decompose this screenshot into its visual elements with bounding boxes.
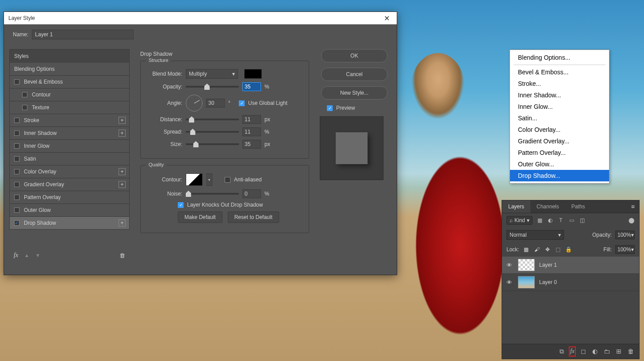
trash-icon[interactable]: 🗑 bbox=[119, 252, 125, 259]
ctx-pattern-overlay[interactable]: Pattern Overlay... bbox=[510, 147, 609, 158]
lock-position-icon[interactable]: ✥ bbox=[544, 246, 551, 253]
layer-row[interactable]: 👁 Layer 1 bbox=[502, 257, 639, 274]
filter-pixel-icon[interactable]: ▦ bbox=[536, 217, 543, 223]
ctx-gradient-overlay[interactable]: Gradient Overlay... bbox=[510, 135, 609, 147]
noise-input[interactable]: 0 bbox=[242, 189, 261, 198]
checkbox-icon[interactable] bbox=[14, 143, 19, 149]
checkbox-icon[interactable] bbox=[22, 92, 27, 97]
size-slider[interactable] bbox=[186, 143, 239, 145]
opacity-slider[interactable] bbox=[186, 86, 239, 88]
style-drop-shadow[interactable]: Drop Shadow+ bbox=[9, 217, 130, 230]
checkbox-icon[interactable] bbox=[14, 131, 19, 136]
filter-shape-icon[interactable]: ▭ bbox=[568, 217, 575, 223]
layer-name-input[interactable] bbox=[32, 30, 134, 39]
spread-input[interactable]: 11 bbox=[242, 127, 261, 136]
angle-input[interactable]: 30 bbox=[206, 99, 225, 108]
shadow-color-swatch[interactable] bbox=[244, 69, 262, 79]
blend-mode-select[interactable]: Multiply▾ bbox=[186, 69, 238, 79]
layer-thumbnail[interactable] bbox=[518, 259, 535, 271]
layer-blend-mode-select[interactable]: Normal▾ bbox=[506, 230, 564, 240]
group-icon[interactable]: 🗀 bbox=[604, 348, 610, 355]
checkbox-icon[interactable] bbox=[14, 207, 19, 213]
layer-thumbnail[interactable] bbox=[518, 276, 535, 288]
filter-smart-icon[interactable]: ◫ bbox=[579, 217, 586, 223]
contour-swatch[interactable] bbox=[186, 173, 203, 186]
style-gradient-overlay[interactable]: Gradient Overlay+ bbox=[9, 178, 130, 191]
noise-slider[interactable] bbox=[186, 193, 239, 195]
ctx-color-overlay[interactable]: Color Overlay... bbox=[510, 124, 609, 135]
ok-button[interactable]: OK bbox=[321, 49, 387, 62]
layer-mask-icon[interactable]: ◻ bbox=[581, 348, 586, 355]
arrow-up-icon[interactable]: ▲ bbox=[24, 253, 29, 258]
close-icon[interactable]: ✕ bbox=[381, 14, 392, 23]
size-input[interactable]: 35 bbox=[242, 140, 261, 149]
checkbox-icon[interactable] bbox=[14, 118, 19, 123]
fx-icon[interactable]: fx bbox=[570, 348, 575, 355]
style-contour[interactable]: Contour bbox=[9, 88, 130, 101]
distance-slider[interactable] bbox=[186, 119, 239, 120]
filter-adjustment-icon[interactable]: ◐ bbox=[547, 217, 554, 223]
reset-default-button[interactable]: Reset to Default bbox=[228, 211, 279, 223]
style-color-overlay[interactable]: Color Overlay+ bbox=[9, 165, 130, 178]
distance-input[interactable]: 11 bbox=[242, 115, 261, 124]
cancel-button[interactable]: Cancel bbox=[321, 68, 387, 81]
filter-kind-select[interactable]: ⌕Kind▾ bbox=[506, 216, 533, 225]
angle-dial[interactable] bbox=[186, 95, 203, 111]
ctx-drop-shadow[interactable]: Drop Shadow... bbox=[510, 170, 609, 181]
opacity-input[interactable]: 35 bbox=[242, 82, 261, 91]
new-layer-icon[interactable]: ⊞ bbox=[616, 348, 621, 355]
style-inner-shadow[interactable]: Inner Shadow+ bbox=[9, 127, 130, 140]
lock-artboard-icon[interactable]: ⬚ bbox=[555, 246, 562, 253]
checkbox-icon[interactable] bbox=[14, 220, 19, 226]
layer-row[interactable]: 👁 Layer 0 bbox=[502, 274, 639, 291]
spread-slider[interactable] bbox=[186, 131, 239, 133]
checkbox-icon[interactable] bbox=[14, 156, 19, 161]
checkbox-icon[interactable] bbox=[22, 105, 27, 110]
style-texture[interactable]: Texture bbox=[9, 101, 130, 114]
plus-icon[interactable]: + bbox=[119, 181, 126, 188]
ctx-outer-glow[interactable]: Outer Glow... bbox=[510, 158, 609, 170]
global-light-checkbox[interactable] bbox=[239, 100, 245, 106]
link-layers-icon[interactable]: ⧉ bbox=[560, 348, 564, 355]
make-default-button[interactable]: Make Default bbox=[178, 211, 222, 223]
filter-toggle-icon[interactable]: ⬤ bbox=[628, 217, 635, 223]
style-pattern-overlay[interactable]: Pattern Overlay bbox=[9, 191, 130, 204]
style-outer-glow[interactable]: Outer Glow bbox=[9, 204, 130, 217]
ctx-inner-glow[interactable]: Inner Glow... bbox=[510, 101, 609, 112]
lock-transparency-icon[interactable]: ▦ bbox=[523, 246, 530, 253]
layer-opacity-input[interactable]: 100%▾ bbox=[615, 230, 635, 239]
plus-icon[interactable]: + bbox=[119, 117, 126, 124]
style-blending-options[interactable]: Blending Options bbox=[9, 63, 130, 76]
new-style-button[interactable]: New Style... bbox=[321, 86, 387, 100]
plus-icon[interactable]: + bbox=[119, 168, 126, 175]
lock-all-icon[interactable]: 🔒 bbox=[565, 246, 572, 253]
dialog-titlebar[interactable]: Layer Style ✕ bbox=[4, 12, 397, 24]
layer-name[interactable]: Layer 1 bbox=[539, 262, 557, 268]
ctx-stroke[interactable]: Stroke... bbox=[510, 78, 609, 89]
adjustment-layer-icon[interactable]: ◐ bbox=[592, 348, 598, 355]
style-satin[interactable]: Satin bbox=[9, 153, 130, 165]
checkbox-icon[interactable] bbox=[14, 79, 19, 84]
layer-name[interactable]: Layer 0 bbox=[539, 279, 557, 285]
arrow-down-icon[interactable]: ▼ bbox=[35, 253, 40, 258]
plus-icon[interactable]: + bbox=[119, 130, 126, 137]
tab-channels[interactable]: Channels bbox=[530, 200, 565, 213]
contour-dropdown[interactable]: ▾ bbox=[206, 173, 212, 186]
styles-header[interactable]: Styles bbox=[9, 49, 130, 63]
style-stroke[interactable]: Stroke+ bbox=[9, 114, 130, 127]
tab-layers[interactable]: Layers bbox=[502, 200, 530, 213]
checkbox-icon[interactable] bbox=[14, 182, 19, 187]
tab-paths[interactable]: Paths bbox=[565, 200, 591, 213]
anti-aliased-checkbox[interactable] bbox=[225, 177, 230, 183]
knocks-out-checkbox[interactable] bbox=[178, 202, 184, 208]
plus-icon[interactable]: + bbox=[119, 219, 126, 227]
ctx-blending-options[interactable]: Blending Options... bbox=[510, 52, 609, 63]
style-bevel-emboss[interactable]: Bevel & Emboss bbox=[9, 76, 130, 88]
checkbox-icon[interactable] bbox=[14, 169, 19, 174]
visibility-icon[interactable]: 👁 bbox=[506, 279, 514, 286]
layer-fill-input[interactable]: 100%▾ bbox=[615, 245, 635, 254]
ctx-bevel-emboss[interactable]: Bevel & Emboss... bbox=[510, 66, 609, 78]
checkbox-icon[interactable] bbox=[14, 195, 19, 200]
panel-menu-icon[interactable]: ≡ bbox=[627, 203, 639, 210]
ctx-satin[interactable]: Satin... bbox=[510, 112, 609, 124]
